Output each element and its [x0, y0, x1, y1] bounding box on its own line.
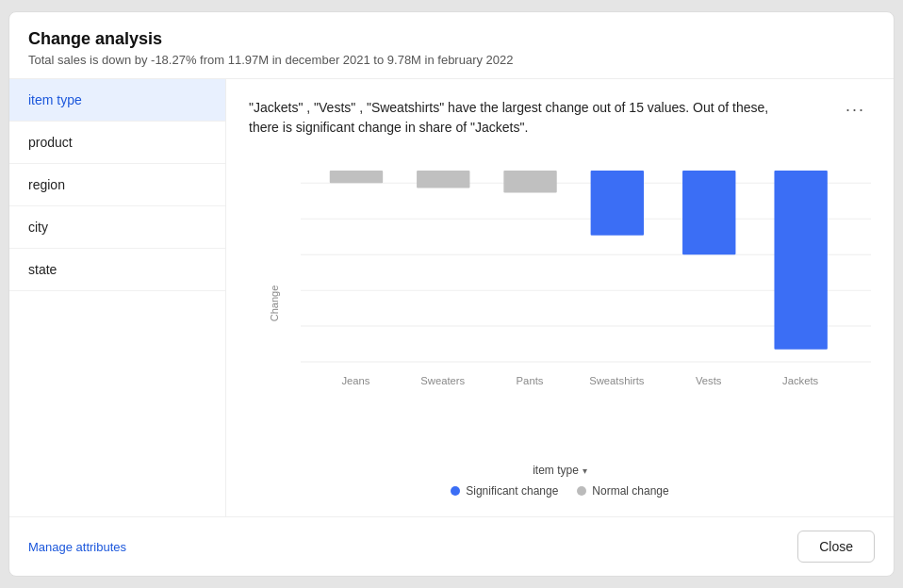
dialog-subtitle: Total sales is down by -18.27% from 11.9…: [28, 53, 875, 67]
dialog-header: Change analysis Total sales is down by -…: [9, 12, 894, 79]
close-button[interactable]: Close: [797, 531, 875, 563]
svg-rect-14: [503, 171, 556, 193]
svg-text:Pants: Pants: [517, 375, 544, 386]
normal-dot: [577, 486, 586, 496]
svg-text:Sweatshirts: Sweatshirts: [589, 375, 645, 386]
sidebar-item-state[interactable]: state: [9, 249, 225, 291]
dialog-footer: Manage attributes Close: [9, 516, 894, 576]
x-axis-dropdown-icon[interactable]: ▾: [583, 466, 587, 476]
svg-text:Jackets: Jackets: [782, 375, 819, 386]
svg-rect-16: [682, 171, 735, 254]
svg-rect-12: [330, 171, 383, 183]
sidebar-item-city[interactable]: city: [9, 206, 225, 249]
y-axis-label: Change: [269, 286, 280, 322]
sidebar-item-product[interactable]: product: [9, 122, 225, 164]
chart-legend: Significant change Normal change: [249, 484, 871, 498]
manage-attributes-button[interactable]: Manage attributes: [28, 540, 126, 554]
legend-normal: Normal change: [577, 484, 668, 498]
chart-svg: 0 -250K -500K -750K -1M -1.25M: [301, 153, 871, 416]
legend-significant: Significant change: [451, 484, 558, 498]
svg-rect-15: [591, 171, 644, 236]
insight-text: "Jackets" , "Vests" , "Sweatshirts" have…: [249, 98, 777, 138]
dialog-title: Change analysis: [28, 29, 875, 49]
x-axis-title: item type ▾: [249, 464, 871, 477]
sidebar-item-region[interactable]: region: [9, 164, 225, 206]
significant-dot: [451, 486, 460, 496]
dialog-body: item type product region city state "Jac…: [9, 79, 894, 516]
svg-rect-13: [417, 171, 469, 188]
svg-rect-17: [774, 171, 827, 350]
sidebar: item type product region city state: [9, 79, 226, 516]
more-options-button[interactable]: ···: [840, 98, 871, 122]
main-content: "Jackets" , "Vests" , "Sweatshirts" have…: [226, 79, 894, 516]
chart-container: Change 0 -250K -500K -750: [249, 153, 871, 498]
svg-text:Vests: Vests: [696, 375, 722, 386]
sidebar-item-item-type[interactable]: item type: [9, 79, 225, 122]
svg-text:Sweaters: Sweaters: [420, 375, 465, 386]
insight-header: "Jackets" , "Vests" , "Sweatshirts" have…: [249, 98, 871, 138]
change-analysis-dialog: Change analysis Total sales is down by -…: [8, 11, 895, 577]
chart-inner: Change 0 -250K -500K -750: [249, 153, 871, 454]
svg-text:Jeans: Jeans: [341, 375, 369, 386]
